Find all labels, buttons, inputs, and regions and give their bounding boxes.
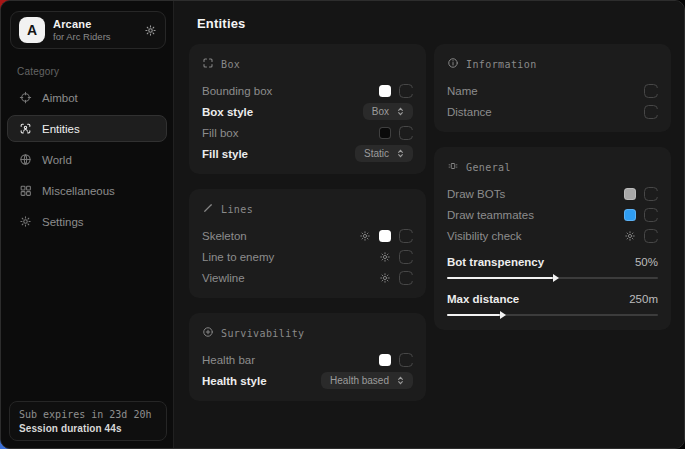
bounding-box-color-swatch[interactable] [379,85,391,97]
gear-icon[interactable] [379,272,391,284]
row-skeleton: Skeleton [202,225,413,246]
row-label: Skeleton [202,230,351,242]
sidebar-item-label: Settings [42,216,84,228]
row-label: Distance [447,106,636,118]
panel-title: Lines [221,204,253,215]
slider-value: 250m [629,293,658,305]
sidebar: A Arcane for Arc Riders Category Aimbot [1,1,174,448]
gear-icon[interactable] [379,251,391,263]
sub-expiry-text: Sub expires in 23d 20h [19,409,157,420]
max-distance-slider[interactable] [447,310,658,320]
row-draw-bots: Draw BOTs [447,183,658,204]
skeleton-checkbox[interactable] [399,229,413,243]
globe-icon [19,153,32,166]
skeleton-color-swatch[interactable] [379,230,391,242]
panel-title: Box [221,59,240,70]
sidebar-item-entities[interactable]: Entities [7,115,167,142]
health-style-dropdown[interactable]: Health based [321,372,413,389]
dropdown-value: Static [364,148,389,159]
dropdown-value: Box [372,106,389,117]
gear-icon[interactable] [624,230,636,242]
sidebar-item-label: World [42,154,72,166]
session-duration-text: Session duration 44s [19,423,157,434]
category-grid-icon [19,184,32,197]
gear-icon[interactable] [144,24,157,37]
brand-subtitle: for Arc Riders [53,31,111,42]
panel-box: Box Bounding box Box style Box [189,44,426,174]
crosshair-icon [19,91,32,104]
fill-style-dropdown[interactable]: Static [355,145,413,162]
row-box-style: Box style Box [202,101,413,122]
health-bar-color-swatch[interactable] [379,354,391,366]
row-label: Bounding box [202,85,371,97]
sidebar-item-label: Aimbot [42,92,78,104]
row-label: Box style [202,106,355,118]
sidebar-item-label: Entities [42,123,80,135]
row-label: Viewline [202,272,371,284]
panel-title: General [466,162,511,173]
row-label: Fill style [202,148,347,160]
health-bar-checkbox[interactable] [399,353,413,367]
sidebar-item-label: Miscellaneous [42,185,115,197]
row-fill-style: Fill style Static [202,143,413,164]
sliders-grid-icon [447,158,459,176]
draw-bots-color-swatch[interactable] [624,188,636,200]
line-icon [202,200,214,218]
viewline-checkbox[interactable] [399,271,413,285]
dropdown-value: Health based [330,375,389,386]
row-label: Visibility check [447,230,616,242]
subscription-card: Sub expires in 23d 20h Session duration … [9,401,167,441]
row-viewline: Viewline [202,267,413,288]
distance-checkbox[interactable] [644,105,658,119]
slider-value: 50% [635,256,658,268]
gear-icon [19,215,32,228]
bounding-box-checkbox[interactable] [399,84,413,98]
row-line-to-enemy: Line to enemy [202,246,413,267]
cheat-menu-window: A Arcane for Arc Riders Category Aimbot [0,0,685,449]
sidebar-item-miscellaneous[interactable]: Miscellaneous [7,177,167,204]
entity-scan-icon [19,122,32,135]
row-draw-teammates: Draw teammates [447,204,658,225]
row-bounding-box: Bounding box [202,80,413,101]
panel-lines: Lines Skeleton Line to enemy [189,189,426,298]
desktop: A Arcane for Arc Riders Category Aimbot [0,0,685,449]
draw-bots-checkbox[interactable] [644,187,658,201]
bot-transparency-slider[interactable] [447,273,658,283]
row-visibility-check: Visibility check [447,225,658,246]
slider-label: Bot transpenency [447,256,635,268]
name-checkbox[interactable] [644,84,658,98]
sidebar-nav: Aimbot Entities World [1,82,173,237]
row-label: Line to enemy [202,251,371,263]
row-distance: Distance [447,101,658,122]
category-label: Category [17,66,173,77]
sidebar-item-settings[interactable]: Settings [7,208,167,235]
fill-box-color-swatch[interactable] [379,127,391,139]
row-label: Health style [202,375,313,387]
box-style-dropdown[interactable]: Box [363,103,413,120]
panel-general: General Draw BOTs Draw teammates Visibil… [434,147,671,330]
row-health-style: Health style Health based [202,370,413,391]
row-fill-box: Fill box [202,122,413,143]
unfold-icon [395,148,406,159]
panel-title: Survivability [221,328,304,339]
sidebar-item-world[interactable]: World [7,146,167,173]
row-health-bar: Health bar [202,349,413,370]
draw-teammates-color-swatch[interactable] [624,209,636,221]
main-content: Entities Box Bounding box [174,1,684,448]
brand-name: Arcane [53,18,111,30]
panel-information: Information Name Distance [434,44,671,132]
slider-label: Max distance [447,293,629,305]
bot-transparency-control: Bot transpenency 50% [447,253,658,283]
app-logo: A [19,17,45,43]
sidebar-item-aimbot[interactable]: Aimbot [7,84,167,111]
gear-icon[interactable] [359,230,371,242]
row-label: Draw BOTs [447,188,616,200]
visibility-check-checkbox[interactable] [644,229,658,243]
fill-box-checkbox[interactable] [399,126,413,140]
app-logo-letter: A [27,22,37,38]
draw-teammates-checkbox[interactable] [644,208,658,222]
slider-fill [447,314,500,316]
line-to-enemy-checkbox[interactable] [399,250,413,264]
brand-card: A Arcane for Arc Riders [10,11,166,49]
panel-survivability: Survivability Health bar Health style He… [189,313,426,401]
